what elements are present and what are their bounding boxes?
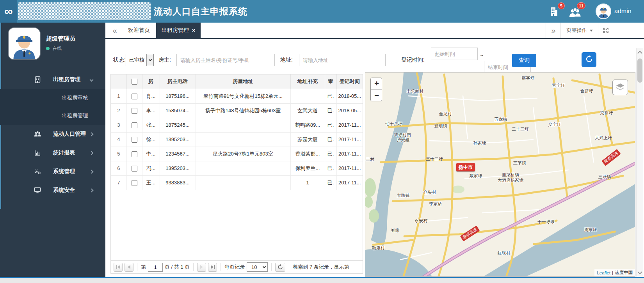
cell-2: 李... — [142, 103, 160, 118]
table-row[interactable]: 4徐...1395203...苏园大厦已.2017-11... — [111, 132, 363, 147]
row-checkbox[interactable] — [132, 151, 137, 157]
sidebar-item-2[interactable]: 统计报表 — [0, 143, 105, 162]
search-button[interactable]: 查询 — [512, 54, 536, 67]
sidebar-item-1[interactable]: 流动人口管理 — [0, 125, 105, 143]
sidebar-subitem-0-0[interactable]: 出租房审核 — [0, 89, 105, 107]
page-prefix-label: 第 — [141, 264, 146, 271]
leaflet-link[interactable]: Leaflet — [597, 271, 610, 275]
sidebar-item-0[interactable]: 出租房管理 — [0, 70, 105, 89]
select-all-checkbox[interactable] — [132, 79, 137, 85]
table-row[interactable]: 2李...1585074...扬子中路148号仙鹤花园5栋603室玄武大道已.2… — [111, 103, 363, 118]
row-checkbox[interactable] — [132, 166, 137, 172]
table-row[interactable]: 5李...1234567...星火路20号7栋1单元803室香溢紫郡...已.2… — [111, 147, 363, 161]
sidebar-item-label: 系统管理 — [53, 168, 75, 175]
police-avatar-icon — [9, 28, 40, 59]
sidebar-item-label: 流动人口管理 — [53, 131, 86, 138]
app-logo[interactable]: ∞ — [0, 0, 17, 23]
tab-label: 欢迎首页 — [128, 27, 150, 34]
city-badge: 扬中市 — [456, 163, 475, 172]
map-place-label: 三十二圩 — [426, 156, 443, 162]
map-place-label: 七十八圩 — [385, 121, 402, 127]
row-checkbox-cell — [126, 175, 142, 190]
first-page-button[interactable] — [114, 263, 123, 272]
tab-bar: « 欢迎首页 出租房管理 × » 页签操作 — [105, 23, 644, 39]
users-icon — [34, 130, 41, 138]
tab-operations-dropdown[interactable]: 页签操作 — [561, 23, 598, 38]
sidebar-item-3[interactable]: 系统管理 — [0, 162, 105, 181]
attribution-divider: | — [612, 271, 613, 275]
zoom-in-button[interactable]: + — [371, 78, 382, 90]
content-scrollbar[interactable] — [636, 48, 643, 277]
cell-5 — [290, 89, 325, 103]
sidebar-item-label: 统计报表 — [53, 149, 75, 156]
layers-icon — [616, 83, 625, 92]
fullscreen-button[interactable] — [599, 23, 613, 38]
prev-page-button[interactable] — [125, 263, 133, 272]
tabs-scroll-left-button[interactable]: « — [108, 23, 122, 38]
map-place-label: 合新圩 — [580, 88, 593, 94]
sidebar-subitem-0-1[interactable]: 出租房管理 — [0, 107, 105, 125]
scrollbar-thumb[interactable] — [637, 58, 642, 83]
scroll-up-icon[interactable] — [637, 51, 642, 56]
per-page-select[interactable]: 10 — [247, 262, 268, 272]
cell-4 — [196, 175, 290, 190]
sidebar-item-label: 出租房管理 — [53, 76, 80, 83]
date-start-input[interactable] — [431, 48, 478, 60]
row-checkbox[interactable] — [132, 180, 137, 186]
map-place-label: 三茅镇 — [513, 160, 526, 166]
sidebar-item-label: 系统安全 — [53, 187, 75, 194]
cell-3: 1234567... — [160, 147, 196, 161]
chevron-right-icon — [90, 151, 94, 155]
owner-label: 房主: — [158, 54, 171, 66]
page: ∞ 流动人口自主申报系统 5 11 — [0, 0, 644, 283]
people-notification-icon[interactable]: 11 — [569, 8, 581, 19]
sidebar-menu: 出租房管理出租房审核出租房管理流动人口管理统计报表系统管理系统安全 — [0, 70, 105, 200]
address-input[interactable] — [299, 54, 386, 66]
tab-rental-management[interactable]: 出租房管理 × — [156, 23, 201, 38]
cell-6: 已. — [325, 147, 336, 161]
reload-grid-button[interactable] — [275, 263, 285, 272]
cell-7: 2018-05... — [336, 103, 363, 118]
row-checkbox[interactable] — [132, 108, 137, 114]
user-avatar[interactable] — [596, 4, 611, 19]
infinity-icon: ∞ — [4, 5, 12, 18]
sidebar-item-4[interactable]: 系统安全 — [0, 181, 105, 200]
next-page-button[interactable] — [197, 263, 206, 272]
row-checkbox[interactable] — [132, 137, 137, 143]
row-checkbox[interactable] — [132, 122, 137, 128]
map-place-label: 郑家 — [391, 228, 400, 233]
table-row[interactable]: 6冯...1395203...保利罗兰...已.2017-11... — [111, 161, 363, 175]
app-header: ∞ 流动人口自主申报系统 5 11 — [0, 0, 644, 23]
table-row[interactable]: 7王...9383883...1已.2017-11... — [111, 175, 363, 190]
status-select[interactable]: 已审核 — [126, 54, 154, 66]
rental-table: 房房主电话房屋地址地址补充审登记时间 1肖...1875196...翠竹南路91… — [111, 74, 363, 190]
cell-3: 1875196... — [160, 89, 196, 103]
cell-6: 已. — [325, 175, 336, 190]
building-notification-icon[interactable]: 5 — [548, 6, 560, 18]
cell-7: 2017-11... — [336, 161, 363, 175]
tab-close-icon[interactable]: × — [192, 27, 195, 34]
column-header-4: 房屋地址 — [196, 74, 290, 89]
cell-7: 2017-11... — [336, 175, 363, 190]
page-number-input[interactable] — [148, 263, 163, 272]
table-row[interactable]: 1肖...1875196...翠竹南路91号文化新村15栋2单元...已.201… — [111, 89, 363, 103]
cell-3: 9383883... — [160, 175, 196, 190]
last-page-button[interactable] — [208, 263, 217, 272]
row-checkbox[interactable] — [132, 94, 137, 99]
map-place-label: 五虎镇 — [495, 117, 507, 122]
rental-grid-panel: 房房主电话房屋地址地址补充审登记时间 1肖...1875196...翠竹南路91… — [110, 74, 363, 274]
building-icon — [548, 6, 559, 17]
zoom-out-button[interactable]: − — [371, 90, 382, 101]
tabs-scroll-right-button[interactable]: » — [546, 23, 560, 38]
chevron-right-icon — [90, 188, 94, 192]
leaflet-map[interactable]: 丰乐新村察字圩官字圩合新圩金龙村五虎镇克裕圩七十八圩新坝镇义字圩二十三圩新圩村南… — [365, 72, 635, 277]
refresh-button[interactable] — [582, 52, 596, 67]
scroll-down-icon[interactable] — [637, 269, 642, 274]
row-number-cell: 5 — [111, 147, 126, 161]
owner-input[interactable] — [176, 54, 275, 66]
table-row[interactable]: 3张...1875245...鹤鸣路89...已.2017-11... — [111, 118, 363, 132]
tab-welcome[interactable]: 欢迎首页 — [122, 23, 156, 38]
profile-avatar[interactable] — [9, 28, 40, 59]
map-layers-button[interactable] — [612, 80, 628, 95]
cell-6: 已. — [325, 161, 336, 175]
